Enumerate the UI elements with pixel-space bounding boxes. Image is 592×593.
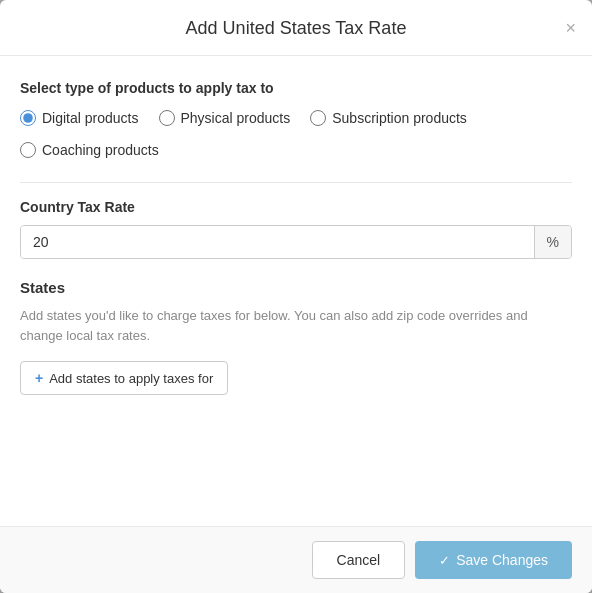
tax-rate-suffix: %	[534, 226, 571, 258]
modal-body: Select type of products to apply tax to …	[0, 56, 592, 526]
radio-coaching-input[interactable]	[20, 142, 36, 158]
modal-header: Add United States Tax Rate ×	[0, 0, 592, 56]
add-states-label: Add states to apply taxes for	[49, 371, 213, 386]
tax-rate-input-wrapper: %	[20, 225, 572, 259]
radio-subscription-input[interactable]	[310, 110, 326, 126]
radio-subscription[interactable]: Subscription products	[310, 110, 467, 126]
radio-digital-input[interactable]	[20, 110, 36, 126]
save-label: Save Changes	[456, 552, 548, 568]
product-section-label: Select type of products to apply tax to	[20, 80, 572, 96]
cancel-button[interactable]: Cancel	[312, 541, 406, 579]
close-button[interactable]: ×	[565, 19, 576, 37]
tax-rate-input[interactable]	[21, 226, 534, 258]
modal: Add United States Tax Rate × Select type…	[0, 0, 592, 593]
product-options-row1: Digital products Physical products Subsc…	[20, 110, 572, 134]
modal-overlay: Add United States Tax Rate × Select type…	[0, 0, 592, 593]
states-description: Add states you'd like to charge taxes fo…	[20, 306, 572, 345]
states-title: States	[20, 279, 572, 296]
modal-footer: Cancel ✓ Save Changes	[0, 526, 592, 593]
country-tax-rate-label: Country Tax Rate	[20, 199, 572, 215]
modal-title: Add United States Tax Rate	[186, 18, 407, 38]
divider	[20, 182, 572, 183]
radio-coaching[interactable]: Coaching products	[20, 142, 159, 158]
add-states-button[interactable]: + Add states to apply taxes for	[20, 361, 228, 395]
plus-icon: +	[35, 370, 43, 386]
radio-digital-label: Digital products	[42, 110, 139, 126]
radio-physical-label: Physical products	[181, 110, 291, 126]
product-options-row2: Coaching products	[20, 142, 572, 166]
save-button[interactable]: ✓ Save Changes	[415, 541, 572, 579]
radio-subscription-label: Subscription products	[332, 110, 467, 126]
radio-coaching-label: Coaching products	[42, 142, 159, 158]
radio-physical[interactable]: Physical products	[159, 110, 291, 126]
radio-digital[interactable]: Digital products	[20, 110, 139, 126]
radio-physical-input[interactable]	[159, 110, 175, 126]
check-icon: ✓	[439, 553, 450, 568]
